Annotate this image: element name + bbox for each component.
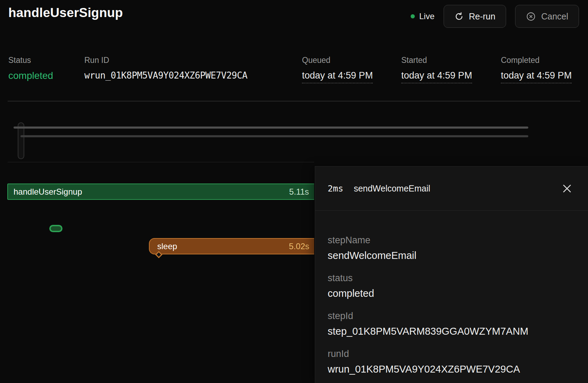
refresh-icon xyxy=(454,12,464,21)
queued-label: Queued xyxy=(302,56,373,65)
queued-value[interactable]: today at 4:59 PM xyxy=(302,70,373,83)
run-id-value: wrun_01K8PM5VA9Y024XZ6PWE7V29CA xyxy=(84,70,247,81)
started-label: Started xyxy=(401,56,472,65)
close-panel-button[interactable] xyxy=(559,180,575,196)
field-value: completed xyxy=(328,288,576,299)
rerun-button[interactable]: Re-run xyxy=(444,5,506,28)
started-value[interactable]: today at 4:59 PM xyxy=(401,70,472,83)
minimap-span-root xyxy=(14,127,528,129)
gantt-top-border xyxy=(8,162,314,162)
field-label: runId xyxy=(328,349,576,359)
meta-run-id: Run ID wrun_01K8PM5VA9Y024XZ6PWE7V29CA xyxy=(84,56,247,81)
step-detail-header: 2ms sendWelcomeEmail xyxy=(315,166,588,211)
field-step-name: stepName sendWelcomeEmail xyxy=(328,235,576,261)
rerun-label: Re-run xyxy=(469,11,495,22)
meta-started: Started today at 4:59 PM xyxy=(401,56,472,83)
status-value: completed xyxy=(8,70,53,81)
step-duration-badge: 2ms xyxy=(328,184,343,194)
header-actions: Live Re-run Cancel xyxy=(411,5,579,28)
circle-x-icon xyxy=(526,11,536,22)
live-dot-icon xyxy=(411,14,415,18)
step-detail-body: stepName sendWelcomeEmail status complet… xyxy=(315,211,588,375)
step-detail-title: sendWelcomeEmail xyxy=(354,184,430,194)
status-label: Status xyxy=(8,56,53,65)
meta-completed: Completed today at 4:59 PM xyxy=(501,56,572,83)
field-run-id: runId wrun_01K8PM5VA9Y024XZ6PWE7V29CA xyxy=(328,349,576,375)
section-divider xyxy=(8,101,580,101)
live-indicator: Live xyxy=(411,11,435,21)
field-label: stepId xyxy=(328,311,576,321)
field-label: stepName xyxy=(328,235,576,246)
meta-status: Status completed xyxy=(8,56,53,81)
field-label: status xyxy=(328,273,576,284)
field-step-id: stepId step_01K8PM5VARM839GGA0WZYM7ANM xyxy=(328,311,576,337)
trace-span-sleep-label: sleep xyxy=(157,242,177,251)
trace-span-root-label: handleUserSignup xyxy=(14,187,82,197)
live-label: Live xyxy=(419,11,435,21)
trace-span-sleep-duration: 5.02s xyxy=(289,242,309,251)
completed-label: Completed xyxy=(501,56,572,65)
trace-span-root-duration: 5.11s xyxy=(289,187,309,197)
completed-value[interactable]: today at 4:59 PM xyxy=(501,70,572,83)
step-marker-pill-icon[interactable] xyxy=(49,225,62,232)
cancel-label: Cancel xyxy=(541,11,568,22)
run-id-label: Run ID xyxy=(84,56,247,65)
page-title: handleUserSignup xyxy=(8,6,123,20)
cancel-button[interactable]: Cancel xyxy=(515,5,579,28)
trace-span-root[interactable]: handleUserSignup 5.11s xyxy=(7,184,314,200)
field-value: wrun_01K8PM5VA9Y024XZ6PWE7V29CA xyxy=(328,364,576,375)
minimap-span-sleep xyxy=(20,135,528,137)
field-value: step_01K8PM5VARM839GGA0WZYM7ANM xyxy=(328,326,576,337)
field-value: sendWelcomeEmail xyxy=(328,250,576,261)
trace-span-sleep[interactable]: sleep 5.02s xyxy=(149,238,314,254)
meta-queued: Queued today at 4:59 PM xyxy=(302,56,373,83)
field-status: status completed xyxy=(328,273,576,299)
step-detail-panel: 2ms sendWelcomeEmail stepName sendWelcom… xyxy=(315,166,588,383)
